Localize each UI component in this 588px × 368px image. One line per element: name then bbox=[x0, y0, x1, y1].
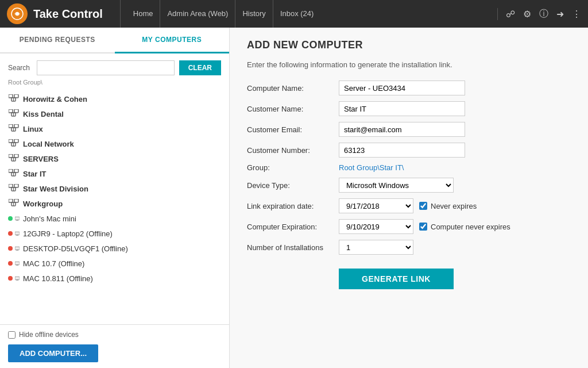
svg-rect-62 bbox=[15, 277, 20, 279]
clear-button[interactable]: CLEAR bbox=[179, 60, 221, 75]
svg-rect-8 bbox=[9, 109, 13, 113]
tree-item-label: SERVERS bbox=[23, 155, 59, 163]
svg-rect-54 bbox=[17, 235, 18, 235]
computer-never-expires-label: Computer never expires bbox=[431, 223, 510, 231]
svg-rect-64 bbox=[16, 280, 19, 281]
header: Take Control Home Admin Area (Web) Histo… bbox=[0, 0, 588, 28]
chat-icon[interactable]: ☍ bbox=[506, 9, 515, 20]
app-title: Take Control bbox=[33, 7, 103, 21]
add-computer-button[interactable]: ADD COMPUTER... bbox=[8, 344, 98, 362]
svg-rect-28 bbox=[14, 154, 18, 158]
num-installations-select[interactable]: 1 2 3 4 5 bbox=[339, 240, 413, 255]
left-bottom: Hide offline devices ADD COMPUTER... bbox=[0, 324, 229, 368]
tree-item-star-west[interactable]: Star West Division bbox=[0, 181, 229, 196]
computer-icon bbox=[8, 244, 20, 253]
computer-never-expires-checkbox[interactable] bbox=[419, 223, 427, 231]
form-row-computer-name: Computer Name: bbox=[247, 80, 571, 95]
tree-item-label: Workgroup bbox=[23, 200, 63, 208]
customer-number-input[interactable] bbox=[339, 143, 465, 158]
svg-rect-60 bbox=[17, 264, 18, 265]
exit-icon[interactable]: ➜ bbox=[556, 9, 564, 20]
right-panel: ADD NEW COMPUTER Enter the following inf… bbox=[230, 28, 588, 368]
svg-rect-63 bbox=[17, 279, 18, 280]
tree-item-horowitz[interactable]: Horowitz & Cohen bbox=[0, 91, 229, 106]
tree-item-johns-mac[interactable]: John's Mac mini bbox=[0, 211, 229, 226]
nav-inbox[interactable]: Inbox (24) bbox=[273, 0, 321, 28]
svg-rect-56 bbox=[15, 247, 20, 250]
svg-rect-44 bbox=[9, 199, 13, 202]
svg-rect-20 bbox=[9, 139, 13, 143]
num-installations-label: Number of Installations bbox=[247, 243, 339, 252]
hide-offline-checkbox[interactable] bbox=[8, 331, 16, 339]
form-row-customer-name: Customer Name: bbox=[247, 101, 571, 116]
never-expires-label: Never expires bbox=[431, 202, 477, 210]
generate-link-button[interactable]: GENERATE LINK bbox=[339, 269, 454, 289]
svg-rect-50 bbox=[15, 217, 20, 220]
tree-item-servers[interactable]: SERVERS bbox=[0, 151, 229, 166]
right-panel-title: ADD NEW COMPUTER bbox=[247, 39, 571, 51]
header-icons: ☍ ⚙ ⓘ ➜ ⋮ bbox=[497, 8, 581, 20]
form-row-computer-expiration: Computer Expiration: 9/10/2019 Computer … bbox=[247, 219, 571, 234]
root-path: Root Group\ bbox=[0, 78, 229, 89]
tree-item-mac10811[interactable]: MAC 10.811 (Offline) bbox=[0, 271, 229, 286]
tree-item-label: Local Network bbox=[23, 140, 74, 148]
svg-rect-46 bbox=[14, 199, 18, 202]
svg-rect-53 bbox=[15, 232, 20, 235]
tree-item-local-network[interactable]: Local Network bbox=[0, 136, 229, 151]
computer-icon bbox=[8, 259, 20, 268]
tree-item-label: DESKTOP-D5LVGQF1 (Offline) bbox=[23, 244, 128, 253]
form-row-num-installations: Number of Installations 1 2 3 4 5 bbox=[247, 240, 571, 255]
group-icon bbox=[8, 184, 20, 193]
svg-rect-59 bbox=[15, 262, 20, 264]
tree-item-label: Star West Division bbox=[23, 185, 88, 193]
computer-icon bbox=[8, 274, 20, 283]
svg-rect-40 bbox=[14, 184, 18, 187]
customer-number-label: Customer Number: bbox=[247, 146, 339, 155]
nav-home[interactable]: Home bbox=[126, 0, 161, 28]
right-panel-subtitle: Enter the following information to gener… bbox=[247, 60, 571, 69]
tree-item-mac107[interactable]: MAC 10.7 (Offline) bbox=[0, 256, 229, 271]
computer-expiration-select[interactable]: 9/10/2019 bbox=[339, 219, 413, 234]
device-type-select[interactable]: Microsoft Windows Mac OS X Linux bbox=[339, 178, 454, 193]
nav-admin[interactable]: Admin Area (Web) bbox=[160, 0, 235, 28]
svg-rect-26 bbox=[9, 154, 13, 158]
tree-item-kiss-dental[interactable]: Kiss Dental bbox=[0, 106, 229, 121]
main-layout: PENDING REQUESTS MY COMPUTERS Search CLE… bbox=[0, 28, 588, 368]
tree-item-label: Kiss Dental bbox=[23, 110, 64, 118]
left-panel: PENDING REQUESTS MY COMPUTERS Search CLE… bbox=[0, 28, 230, 368]
group-icon bbox=[8, 169, 20, 178]
customer-email-label: Customer Email: bbox=[247, 125, 339, 134]
link-expiration-select[interactable]: 9/17/2018 bbox=[339, 198, 413, 213]
gear-icon[interactable]: ⚙ bbox=[523, 9, 531, 20]
customer-email-input[interactable] bbox=[339, 122, 465, 137]
tree-item-desktop[interactable]: DESKTOP-D5LVGQF1 (Offline) bbox=[0, 241, 229, 256]
computer-expiration-label: Computer Expiration: bbox=[247, 223, 339, 231]
computer-never-expires-group: Computer never expires bbox=[419, 223, 510, 231]
customer-name-input[interactable] bbox=[339, 101, 465, 116]
computer-icon bbox=[8, 214, 20, 223]
tab-my-computers[interactable]: MY COMPUTERS bbox=[115, 28, 230, 53]
svg-rect-16 bbox=[14, 124, 18, 128]
add-computer-form: Computer Name: Customer Name: Customer E… bbox=[247, 80, 571, 289]
tree-item-label: John's Mac mini bbox=[23, 214, 76, 223]
form-row-device-type: Device Type: Microsoft Windows Mac OS X … bbox=[247, 178, 571, 193]
nav-history[interactable]: History bbox=[235, 0, 273, 28]
search-input[interactable] bbox=[37, 60, 175, 75]
svg-rect-22 bbox=[14, 139, 18, 143]
group-link[interactable]: Root Group\Star IT\ bbox=[339, 163, 404, 172]
hide-offline-label: Hide offline devices bbox=[19, 331, 79, 339]
tree-item-workgroup[interactable]: Workgroup bbox=[0, 196, 229, 211]
tree-item-star-it[interactable]: Star IT bbox=[0, 166, 229, 181]
device-type-label: Device Type: bbox=[247, 181, 339, 190]
svg-rect-4 bbox=[14, 94, 18, 98]
tab-pending-requests[interactable]: PENDING REQUESTS bbox=[0, 28, 115, 52]
grid-icon[interactable]: ⋮ bbox=[572, 9, 581, 20]
computer-name-input[interactable] bbox=[339, 80, 465, 95]
tree-item-12gjr9[interactable]: 12GJR9 - Laptop2 (Offline) bbox=[0, 226, 229, 241]
search-bar: Search CLEAR bbox=[0, 53, 229, 78]
never-expires-checkbox[interactable] bbox=[419, 202, 427, 210]
tree-item-linux[interactable]: Linux bbox=[0, 121, 229, 136]
help-icon[interactable]: ⓘ bbox=[539, 8, 548, 20]
form-row-group: Group: Root Group\Star IT\ bbox=[247, 163, 571, 172]
tree-item-label: MAC 10.7 (Offline) bbox=[23, 259, 84, 268]
